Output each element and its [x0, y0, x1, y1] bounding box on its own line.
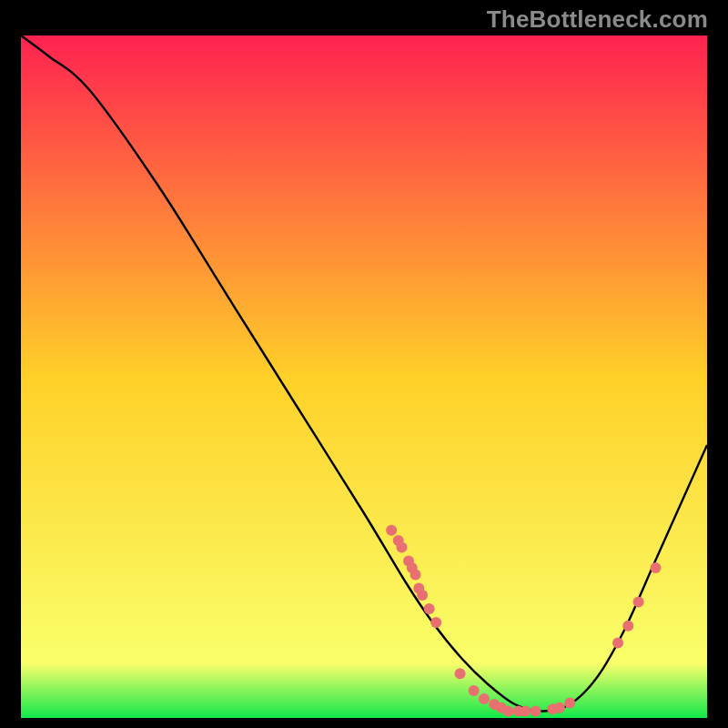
- data-point: [520, 706, 531, 717]
- data-point: [410, 570, 421, 581]
- chart-background: [21, 35, 707, 718]
- data-point: [554, 703, 565, 713]
- watermark-text: TheBottleneck.com: [487, 5, 708, 34]
- data-point: [622, 621, 633, 632]
- data-point: [502, 706, 513, 717]
- data-point: [612, 638, 623, 649]
- data-point: [469, 685, 480, 696]
- chart-frame: [18, 33, 710, 721]
- data-point: [531, 706, 541, 717]
- data-point: [424, 603, 435, 614]
- data-point: [455, 668, 466, 679]
- data-point: [633, 597, 644, 608]
- data-point: [564, 698, 575, 709]
- data-point: [430, 617, 441, 628]
- data-point: [386, 525, 397, 536]
- chart-plot-area: [21, 35, 707, 718]
- data-point: [396, 542, 407, 553]
- data-point: [417, 590, 428, 601]
- data-point: [650, 562, 661, 573]
- data-point: [479, 693, 490, 704]
- chart-svg: [21, 35, 707, 718]
